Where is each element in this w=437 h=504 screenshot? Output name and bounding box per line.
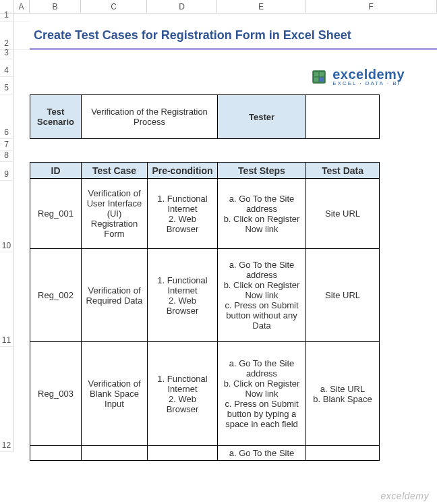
cell-data[interactable]: a. Site URL b. Blank Space [306, 342, 380, 446]
table-row-partial: a. Go To the Site [30, 446, 380, 461]
cell-id[interactable]: Reg_003 [30, 342, 82, 446]
cell-steps[interactable]: a. Go To the Site address b. Click on Re… [218, 342, 306, 446]
row-header-6[interactable]: 6 [0, 94, 13, 139]
cell-steps[interactable]: a. Go To the Site address b. Click on Re… [218, 179, 306, 249]
cases-table: ID Test Case Pre-condition Test Steps Te… [30, 162, 380, 461]
cell-blank[interactable] [13, 94, 30, 139]
cell-data[interactable]: Site URL [306, 179, 380, 249]
cell-id[interactable]: Reg_002 [30, 249, 82, 342]
cell-case[interactable]: Verification of User Interface (UI) Regi… [82, 179, 148, 249]
cell-pre[interactable]: 1. Functional Internet 2. Web Browser [148, 342, 218, 446]
logo-area: exceldemy EXCEL · DATA · BI [13, 59, 437, 94]
cell-case[interactable]: Verification of Blank Space Input [82, 342, 148, 446]
row-header-3[interactable]: 3 [0, 50, 13, 59]
cell-case[interactable] [82, 446, 148, 461]
cell-blank[interactable] [13, 162, 30, 461]
column-headers: A B C D E F [0, 0, 437, 13]
table-row: Reg_003 Verification of Blank Space Inpu… [30, 342, 380, 446]
col-header-f[interactable]: F [305, 0, 437, 13]
tester-label[interactable]: Tester [218, 95, 306, 139]
row-header-1[interactable]: 1 [0, 13, 13, 22]
header-case[interactable]: Test Case [82, 163, 148, 179]
cell-blank[interactable] [13, 22, 30, 50]
cell-steps[interactable]: a. Go To the Site [218, 446, 306, 461]
scenario-table: Test Scenario Verification of the Regist… [30, 94, 380, 139]
col-header-d[interactable]: D [147, 0, 217, 13]
logo-text-main: exceldemy [332, 67, 405, 81]
row-header-7[interactable]: 7 [0, 139, 13, 151]
cell-pre[interactable] [148, 446, 218, 461]
table-row: Reg_001 Verification of User Interface (… [30, 179, 380, 249]
exceldemy-logo: exceldemy EXCEL · DATA · BI [310, 67, 405, 86]
header-data[interactable]: Test Data [306, 163, 380, 179]
row-header-2[interactable]: 2 [0, 22, 13, 50]
cell-steps[interactable]: a. Go To the Site address b. Click on Re… [218, 249, 306, 342]
logo-icon [310, 67, 328, 86]
table-header-row: ID Test Case Pre-condition Test Steps Te… [30, 163, 380, 179]
cell-pre[interactable]: 1. Functional Internet 2. Web Browser [148, 249, 218, 342]
header-id[interactable]: ID [30, 163, 82, 179]
tester-value[interactable] [306, 95, 380, 139]
row-header-11[interactable]: 11 [0, 252, 13, 347]
svg-rect-3 [314, 78, 318, 82]
page-title: Create Test Cases for Registration Form … [30, 22, 437, 50]
svg-rect-1 [314, 72, 318, 76]
scenario-desc[interactable]: Verification of the Registration Process [82, 95, 218, 139]
scenario-label[interactable]: Test Scenario [30, 95, 82, 139]
watermark: exceldemy [381, 491, 429, 501]
col-header-b[interactable]: B [30, 0, 81, 13]
row-header-12[interactable]: 12 [0, 347, 13, 452]
logo-text-sub: EXCEL · DATA · BI [332, 81, 405, 86]
cell-id[interactable] [30, 446, 82, 461]
row-header-8[interactable]: 8 [0, 151, 13, 162]
col-header-a[interactable]: A [13, 0, 30, 13]
cell-data[interactable] [306, 446, 380, 461]
cell-case[interactable]: Verification of Required Data [82, 249, 148, 342]
table-row: Reg_002 Verification of Required Data 1.… [30, 249, 380, 342]
cell-pre[interactable]: 1. Functional Internet 2. Web Browser [148, 179, 218, 249]
cell-data[interactable]: Site URL [306, 249, 380, 342]
cell-id[interactable]: Reg_001 [30, 179, 82, 249]
row-header-9[interactable]: 9 [0, 162, 13, 181]
svg-rect-4 [320, 78, 324, 82]
row-header-4[interactable]: 4 [0, 59, 13, 77]
row-header-10[interactable]: 10 [0, 181, 13, 252]
header-pre[interactable]: Pre-condition [148, 163, 218, 179]
svg-rect-2 [320, 72, 324, 76]
col-header-e[interactable]: E [217, 0, 305, 13]
cell-blank[interactable] [13, 13, 30, 22]
col-header-c[interactable]: C [81, 0, 147, 13]
row-header-5[interactable]: 5 [0, 77, 13, 94]
header-steps[interactable]: Test Steps [218, 163, 306, 179]
